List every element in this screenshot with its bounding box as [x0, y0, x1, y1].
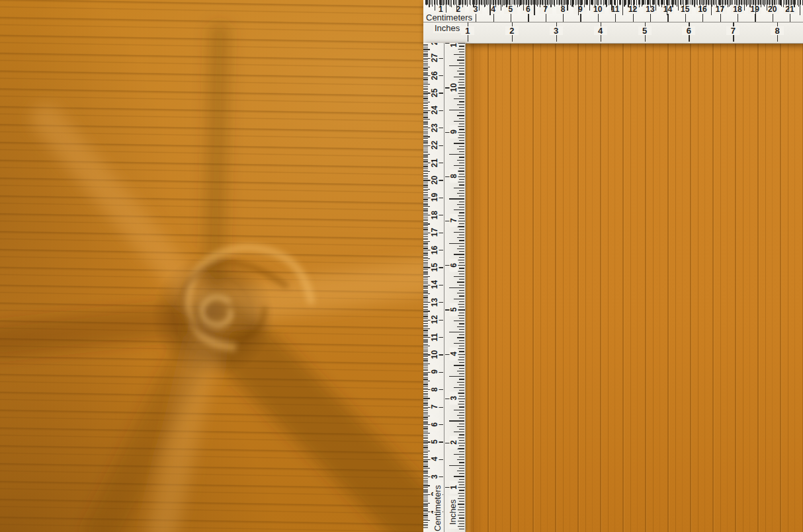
cm-number: 22 [431, 139, 439, 152]
inch-tick [609, 0, 609, 5]
cm-tick [423, 504, 428, 505]
cm-number: 28 [431, 43, 439, 47]
inch-tick [501, 0, 501, 11]
inch-tick [457, 515, 464, 515]
cm-tick [423, 135, 428, 135]
cm-tick [423, 103, 428, 104]
cm-tick [423, 311, 430, 311]
inch-tick [457, 82, 464, 83]
cm-tick [423, 421, 428, 422]
cm-tick [423, 166, 428, 167]
inch-tick [457, 282, 464, 282]
cm-tick [423, 238, 428, 239]
cm-tick [423, 122, 428, 123]
cm-tick [423, 170, 428, 171]
cm-tick [423, 346, 430, 346]
cm-tick [423, 114, 428, 114]
cm-tick [423, 325, 428, 326]
cm-tick [535, 0, 536, 5]
inch-tick [642, 0, 642, 5]
cm-tick [423, 513, 428, 514]
inch-tick [454, 165, 464, 166]
cm-tick [423, 56, 428, 57]
cm-tick [423, 381, 430, 381]
cm-tick [423, 54, 428, 55]
cm-tick [423, 449, 428, 449]
inch-tick [797, 0, 798, 5]
inch-tick [540, 0, 540, 7]
inch-tick [664, 0, 665, 5]
cm-tick [423, 225, 428, 226]
inch-tick [457, 526, 464, 527]
cm-tick [423, 398, 430, 399]
inch-tick [459, 440, 464, 441]
cm-tick [423, 143, 428, 144]
cm-tick [423, 500, 428, 500]
inch-tick [669, 0, 670, 5]
cm-tick [423, 377, 428, 378]
inch-tick [449, 243, 464, 244]
cm-tick [423, 522, 428, 523]
cm-tick [423, 288, 428, 289]
cm-number: 27 [431, 52, 439, 65]
cm-tick [423, 262, 428, 263]
cm-tick [423, 470, 428, 471]
cm-tick [423, 209, 428, 210]
inch-tick [457, 382, 464, 383]
inch-tick [457, 471, 464, 471]
inch-tick [794, 0, 794, 7]
inch-tick [459, 323, 464, 324]
cm-tick [423, 124, 428, 125]
inch-tick [606, 0, 607, 7]
inch-tick [484, 0, 485, 7]
cm-tick [682, 0, 683, 5]
cm-number: 16 [431, 243, 439, 256]
inch-number: 11 [450, 43, 458, 50]
cm-tick [427, 0, 427, 5]
inch-tick [711, 0, 712, 15]
inch-tick [791, 0, 792, 5]
cm-tick [423, 51, 428, 52]
cm-tick [423, 239, 428, 240]
cm-tick [423, 456, 428, 457]
cm-tick [423, 393, 428, 394]
cm-tick [423, 184, 428, 184]
inch-tick [437, 0, 438, 5]
cm-number: 18 [731, 5, 744, 14]
cm-tick [423, 356, 428, 357]
cm-tick [423, 403, 428, 404]
inch-tick [739, 0, 740, 7]
inch-tick [454, 188, 464, 188]
inch-tick [498, 0, 499, 5]
inch-tick [457, 448, 464, 449]
inch-tick [454, 121, 464, 122]
inch-tick [459, 517, 464, 518]
inch-tick [459, 157, 464, 157]
inch-number: 7 [726, 26, 740, 35]
inch-tick [708, 0, 709, 5]
cm-number: 9 [573, 5, 587, 14]
cm-tick [423, 492, 428, 493]
cm-tick [455, 0, 456, 5]
cm-tick [423, 112, 428, 112]
inch-number: 4 [594, 26, 607, 35]
inch-tick [457, 504, 464, 504]
cm-tick [423, 527, 428, 528]
cm-tick [423, 252, 428, 252]
cm-tick [423, 81, 428, 81]
inch-tick [459, 368, 464, 369]
inch-tick [459, 406, 464, 407]
cm-tick [423, 53, 428, 54]
inch-tick [454, 98, 464, 99]
cm-tick [423, 414, 428, 414]
cm-tick [423, 77, 428, 78]
inch-tick [457, 493, 464, 494]
inch-number: 6 [450, 258, 458, 272]
inch-tick [755, 0, 756, 15]
inch-tick [454, 0, 454, 5]
inch-tick [716, 0, 717, 7]
inch-tick [454, 343, 464, 344]
inch-tick [456, 0, 457, 11]
inch-tick [611, 0, 612, 11]
cm-tick [423, 96, 428, 97]
